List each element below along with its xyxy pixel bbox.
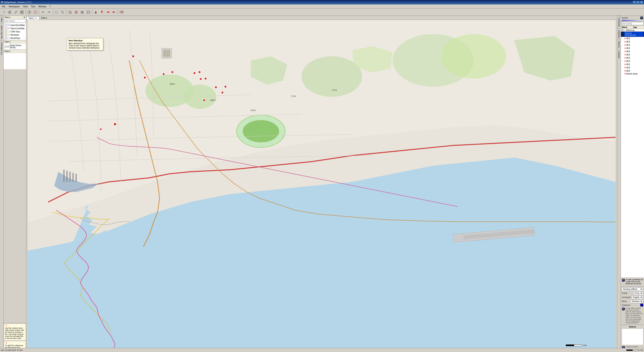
layer-osmtopo[interactable]: ✓ OSM Topo <box>4 30 26 33</box>
toolbar-edit[interactable] <box>13 9 19 15</box>
scale-bar-status: 1 km <box>626 349 643 351</box>
toolbar-map-add[interactable] <box>67 9 73 15</box>
layer-worldsrtm-checkbox[interactable]: ✓ <box>5 45 7 48</box>
map-tooltip: Item Selection: Item selected from works… <box>67 38 103 50</box>
toolbar-grid[interactable] <box>19 9 25 15</box>
toolbar-fit-view[interactable] <box>86 9 91 15</box>
layer-openstreetmap-checkbox[interactable]: ✓ <box>5 24 7 26</box>
toolbar-west[interactable] <box>105 9 111 15</box>
silentlog-icon: ✓ <box>624 29 626 31</box>
map-tab-close[interactable]: ✕ <box>36 17 37 19</box>
toolbar-back[interactable] <box>40 9 46 15</box>
tree-item-1[interactable]: ✕ 道在 <box>621 37 644 40</box>
layer-worldsrtm[interactable]: ✓ World Online SRTM... <box>4 44 26 49</box>
routing-profile-select[interactable]: Foot <box>634 292 643 295</box>
maximize-button[interactable]: □ <box>636 1 640 4</box>
toolbar-comment[interactable] <box>54 9 59 15</box>
tree-item-6-label: 道在 <box>626 53 630 56</box>
tree-node-silentlog[interactable]: ▼ ✓ SilentLog <box>621 29 644 31</box>
close-button[interactable]: ✕ <box>640 1 643 4</box>
maps-search-input[interactable] <box>4 19 26 22</box>
toolbar-map-remove[interactable] <box>73 9 79 15</box>
needs-setup-icon: ✕ <box>624 73 626 75</box>
routing-help-btn[interactable]: ? <box>622 307 625 311</box>
realtime-tab[interactable]: Realtime <box>617 49 621 60</box>
layer-openstreetmap[interactable]: ✓ OpenStreetMap <box>4 23 26 27</box>
layer-worldtopo[interactable]: ✓ WorldTopo <box>4 36 26 40</box>
toolbar-special[interactable] <box>119 9 124 15</box>
tree-item-2[interactable]: ✕ 道在 <box>621 40 644 43</box>
opacity-help-btn[interactable]: ? <box>640 16 643 19</box>
svg-text:函館市: 函館市 <box>170 83 175 85</box>
toolbar-east[interactable] <box>111 9 117 15</box>
toolbar-zoom-in[interactable] <box>26 9 32 15</box>
menu-window[interactable]: Window <box>37 5 48 8</box>
layer-worldtopo-checkbox[interactable]: ✓ <box>5 37 7 39</box>
map-tab-add[interactable]: View 1 <box>40 16 48 20</box>
layer-worldsat-checkbox[interactable]: ✓ <box>5 33 7 36</box>
layer-opencyclemap-checkbox[interactable]: ✓ <box>5 27 7 29</box>
layer-worldsat[interactable]: ✓ WorldSat <box>4 33 26 36</box>
tree-node-date[interactable]: 2024-03-19T15:00:002 <box>621 31 644 37</box>
tree-item-9-label: 道在 <box>626 63 630 66</box>
menu-file[interactable]: File <box>0 5 7 8</box>
menu-help[interactable]: ? <box>48 5 52 8</box>
tree-item-7[interactable]: ✕ 道在 <box>621 56 644 59</box>
tree-item-needssetup[interactable]: ✕ Needs setup <box>621 72 644 75</box>
toolbar-zoom-map[interactable] <box>80 9 85 15</box>
toolbar-search[interactable] <box>60 9 66 15</box>
tree-item-6[interactable]: ✕ 道在 <box>621 53 644 56</box>
info-panel-1-text: Use the context menu right mouse button … <box>5 327 25 339</box>
separator-4 <box>66 10 66 14</box>
maps-tab[interactable]: Maps <box>0 16 4 24</box>
menu-workspace[interactable]: Workspace <box>7 5 21 8</box>
routing-mode-select[interactable]: Shortest <box>631 300 643 303</box>
red-x-11: ✕ <box>624 70 626 72</box>
tree-item-11[interactable]: ✕ 道在 <box>621 69 644 72</box>
tree-item-3[interactable]: ✕ 道在 <box>621 43 644 46</box>
tree-expand-silentlog[interactable]: ▼ <box>622 29 624 31</box>
svg-rect-6 <box>22 11 23 12</box>
svg-rect-5 <box>20 11 22 12</box>
routing-language-select[interactable]: English <box>632 296 643 299</box>
tree-item-10[interactable]: ✕ 道在 <box>621 66 644 69</box>
layers-panel: View 1 ▼ ✓ OpenStreetMap ✓ <box>4 16 26 352</box>
tree-item-1-label: 道在 <box>626 37 630 40</box>
svg-rect-69 <box>70 172 71 182</box>
map-tab-view1[interactable]: View 1 ✕ <box>26 16 39 20</box>
tree-item-9[interactable]: ✕ 道在 <box>621 63 644 66</box>
database-tab[interactable]: Database <box>617 28 621 40</box>
toolbar-new[interactable] <box>1 9 6 15</box>
toolbar-add-track[interactable] <box>7 9 12 15</box>
tree-item-4[interactable]: ✕ 道在 <box>621 46 644 50</box>
layer-opencyclemap[interactable]: ✓ OpenCycleMap <box>4 27 26 30</box>
map-canvas[interactable]: 函館市 函館市 競馬場 市街地 市街地 <box>26 20 617 352</box>
menu-tool[interactable]: Tool <box>30 5 36 8</box>
poi-tab[interactable]: POI Collections <box>0 40 4 56</box>
routing-database-color[interactable] <box>640 304 643 307</box>
opacity-slider[interactable] <box>622 20 643 21</box>
dem-tab[interactable]: Dig. Elev. Model <box>0 24 4 40</box>
toolbar-forward[interactable] <box>46 9 52 15</box>
database-help-row: ? To add a database do a right click on … <box>622 279 643 285</box>
layer-worldsat-label: WorldSat <box>10 34 19 36</box>
tree-item-5[interactable]: ✕ 道在 <box>621 50 644 53</box>
app-icon: 🗺 <box>1 1 3 3</box>
svg-rect-13 <box>55 11 58 13</box>
database-help-btn[interactable]: ? <box>622 279 625 282</box>
minimize-button[interactable]: ─ <box>633 1 636 4</box>
tree-item-8[interactable]: ✕ 道在 <box>621 59 644 63</box>
routing-tab[interactable]: Routing <box>617 39 621 49</box>
workspace-tab[interactable]: Workspace <box>617 16 621 28</box>
separator-5 <box>92 10 92 14</box>
toolbar-north[interactable] <box>93 9 99 15</box>
workspace-search-input[interactable] <box>621 22 644 25</box>
toolbar-zoom-out[interactable] <box>32 9 38 15</box>
toolbar-south[interactable] <box>99 9 105 15</box>
layer-osmtopo-checkbox[interactable]: ✓ <box>5 30 7 33</box>
svg-rect-71 <box>76 174 77 182</box>
maps-filter-icon[interactable]: ▼ <box>23 16 25 18</box>
menu-view[interactable]: View <box>22 5 29 8</box>
routing-mode-dropdown[interactable]: Routing (offline) <box>622 288 643 291</box>
tree-item-11-label: 道在 <box>626 69 630 72</box>
